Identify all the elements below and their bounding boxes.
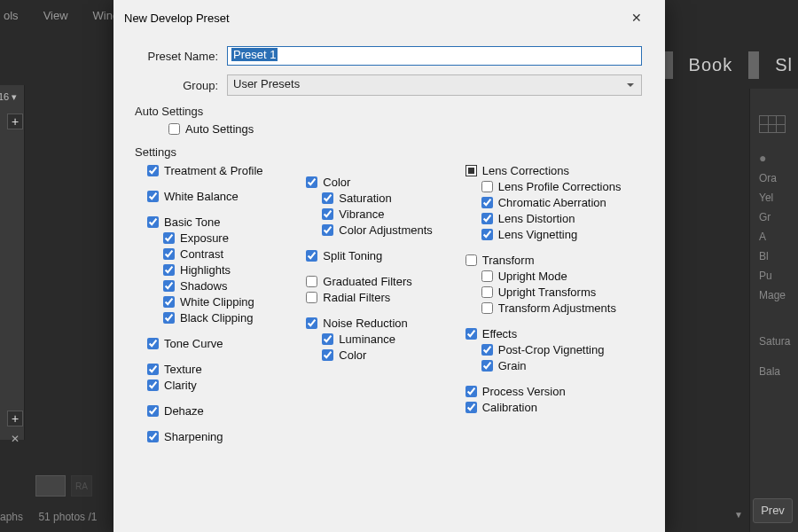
saturation-checkbox[interactable]: Saturation: [322, 191, 465, 206]
new-develop-preset-dialog: New Develop Preset ✕ Preset Name: Preset…: [113, 0, 665, 532]
close-icon[interactable]: ✕: [7, 431, 23, 447]
settings-col-2: Color Saturation Vibrance Color Adjustme…: [306, 162, 465, 455]
disclosure-icon[interactable]: ●: [759, 151, 798, 165]
preset-name-label: Preset Name:: [137, 50, 218, 63]
menu-tools[interactable]: ols: [0, 7, 22, 24]
transform-checkbox[interactable]: Transform: [466, 253, 642, 268]
color-checkbox[interactable]: Color: [306, 175, 465, 190]
color-label: Pu: [750, 266, 798, 286]
contrast-checkbox[interactable]: Contrast: [163, 246, 306, 262]
panel-label: Satura: [750, 332, 798, 351]
module-book[interactable]: Book: [684, 51, 739, 79]
footer-label: aphs: [0, 511, 23, 523]
menu-view[interactable]: View: [40, 7, 72, 24]
add-icon[interactable]: +: [7, 113, 23, 129]
highlights-checkbox[interactable]: Highlights: [163, 262, 306, 278]
preset-name-value: Preset 1: [231, 48, 278, 61]
radial-filters-checkbox[interactable]: Radial Filters: [306, 290, 465, 305]
lens-profile-corrections-checkbox[interactable]: Lens Profile Corrections: [481, 179, 642, 194]
shadows-checkbox[interactable]: Shadows: [163, 278, 306, 293]
settings-col-1: Treatment & Profile White Balance Basic …: [147, 162, 306, 455]
lens-corrections-checkbox[interactable]: Lens Corrections: [466, 163, 642, 178]
dehaze-checkbox[interactable]: Dehaze: [147, 403, 306, 419]
bg-right-panel: ● Ora Yel Gr A Bl Pu Mage Satura Bala: [749, 89, 798, 532]
auto-settings-checkbox[interactable]: Auto Settings: [168, 121, 642, 137]
grain-checkbox[interactable]: Grain: [481, 358, 642, 373]
graduated-filters-checkbox[interactable]: Graduated Filters: [306, 274, 465, 289]
settings-section: Settings: [135, 145, 642, 159]
treatment-profile-checkbox[interactable]: Treatment & Profile: [147, 163, 306, 178]
color-label: Mage: [750, 286, 798, 305]
black-clipping-checkbox[interactable]: Black Clipping: [163, 310, 306, 325]
module-separator: [748, 51, 759, 79]
dialog-titlebar: New Develop Preset ✕: [113, 0, 665, 35]
group-label: Group:: [137, 79, 218, 92]
module-slideshow[interactable]: Sl: [770, 51, 798, 79]
vibrance-checkbox[interactable]: Vibrance: [322, 207, 465, 222]
basic-tone-checkbox[interactable]: Basic Tone: [147, 215, 306, 230]
bg-footer: aphs 51 photos /1: [0, 511, 109, 523]
chevron-down-icon[interactable]: ▼: [734, 510, 743, 520]
luminance-checkbox[interactable]: Luminance: [322, 332, 465, 347]
effects-checkbox[interactable]: Effects: [466, 326, 642, 341]
sharpening-checkbox[interactable]: Sharpening: [147, 429, 306, 444]
white-clipping-checkbox[interactable]: White Clipping: [163, 294, 306, 309]
color-label: A: [750, 227, 798, 246]
auto-settings-section: Auto Settings: [135, 105, 642, 118]
chromatic-aberration-checkbox[interactable]: Chromatic Aberration: [481, 195, 642, 210]
exposure-checkbox[interactable]: Exposure: [163, 231, 306, 246]
color-label: Bl: [750, 246, 798, 266]
bg-left-label: 16 ▾: [0, 91, 17, 103]
noise-color-checkbox[interactable]: Color: [322, 348, 465, 363]
noise-reduction-checkbox[interactable]: Noise Reduction: [306, 316, 465, 331]
color-label: Ora: [750, 168, 798, 188]
tone-curve-checkbox[interactable]: Tone Curve: [147, 336, 306, 351]
dialog-title: New Develop Preset: [124, 12, 230, 25]
preset-name-input[interactable]: Preset 1: [227, 46, 642, 66]
color-adjustments-checkbox[interactable]: Color Adjustments: [322, 223, 465, 238]
filmstrip-ra-icon[interactable]: RA: [71, 475, 92, 497]
settings-col-3: Lens Corrections Lens Profile Correction…: [466, 162, 642, 455]
upright-mode-checkbox[interactable]: Upright Mode: [481, 269, 642, 284]
white-balance-checkbox[interactable]: White Balance: [147, 189, 306, 204]
transform-adjustments-checkbox[interactable]: Transform Adjustments: [481, 301, 642, 316]
bg-left-panel: [0, 85, 25, 440]
crop-grid-icon[interactable]: [759, 115, 786, 133]
group-selected-value: User Presets: [233, 77, 300, 90]
post-crop-vignetting-checkbox[interactable]: Post-Crop Vignetting: [481, 342, 642, 357]
split-toning-checkbox[interactable]: Split Toning: [306, 248, 465, 263]
texture-checkbox[interactable]: Texture: [147, 362, 306, 377]
process-version-checkbox[interactable]: Process Version: [466, 384, 642, 399]
lens-vignetting-checkbox[interactable]: Lens Vignetting: [481, 227, 642, 242]
footer-count: 51 photos /1: [38, 511, 97, 523]
clarity-checkbox[interactable]: Clarity: [147, 378, 306, 393]
preview-button[interactable]: Prev: [753, 498, 793, 523]
bg-filmstrip: RA: [35, 475, 92, 497]
film-thumb[interactable]: [35, 475, 66, 497]
upright-transforms-checkbox[interactable]: Upright Transforms: [481, 285, 642, 300]
group-select[interactable]: User Presets: [227, 74, 642, 96]
color-label: Gr: [750, 207, 798, 227]
panel-label: Bala: [750, 362, 798, 381]
color-label: Yel: [750, 188, 798, 207]
add-icon[interactable]: +: [7, 411, 23, 426]
lens-distortion-checkbox[interactable]: Lens Distortion: [481, 211, 642, 226]
close-button[interactable]: ✕: [619, 7, 654, 28]
calibration-checkbox[interactable]: Calibration: [466, 400, 642, 415]
